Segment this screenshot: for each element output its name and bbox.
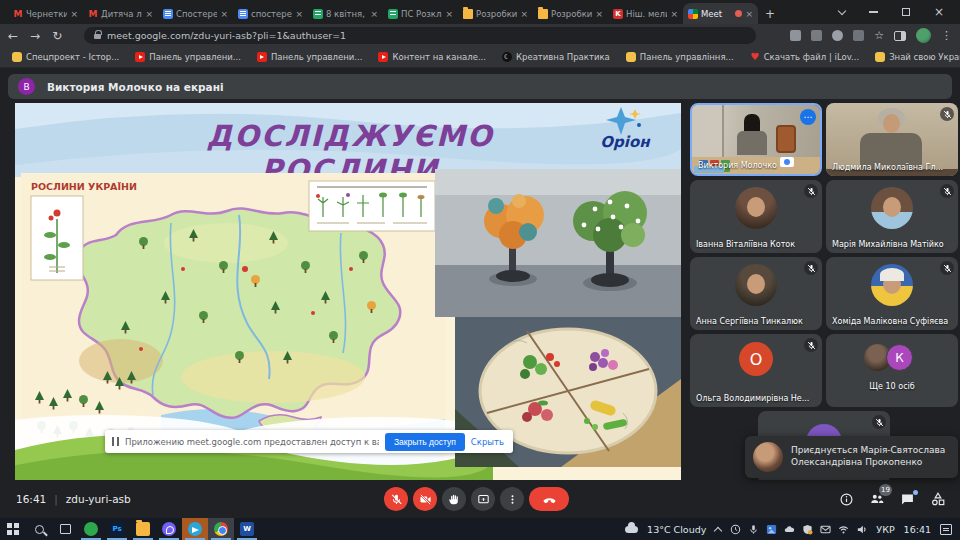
meeting-details-icon[interactable] <box>839 492 854 507</box>
profile-avatar[interactable] <box>916 28 931 43</box>
taskbar-app-explorer[interactable] <box>130 518 156 540</box>
tab-kahoot[interactable]: K Ніш. мелик × <box>608 3 683 24</box>
participant-tile-tynkaliuk[interactable]: Анна Сергіївна Тинкалюк <box>690 257 822 330</box>
tab-sheets-2[interactable]: ПС Розклад × <box>383 3 458 24</box>
raise-hand-button[interactable] <box>442 487 466 511</box>
address-bar[interactable]: meet.google.com/zdu-yuri-asb?pli=1&authu… <box>84 27 756 44</box>
tab-title: Спостереж <box>176 9 217 19</box>
tab-gmail-drafts[interactable]: M Чернетки п × <box>8 3 83 24</box>
screen: M Чернетки п × M Дитяча літ × Спостереж … <box>0 0 960 540</box>
tab-folder-2[interactable]: Розробки д × <box>533 3 608 24</box>
kahoot-icon: K <box>613 9 623 19</box>
bookmark-item[interactable]: Панель управління... <box>626 52 734 62</box>
participant-tile-molochko[interactable]: ⋯ Виктория Молочко <box>690 103 822 176</box>
back-button[interactable]: ← <box>8 30 18 42</box>
participant-tile-olha[interactable]: О Ольга Володимирівна Не... <box>690 334 822 407</box>
tile-options-button[interactable]: ⋯ <box>800 109 816 125</box>
clock-icon[interactable] <box>730 524 741 535</box>
people-icon[interactable]: 19 <box>869 491 885 507</box>
tab-close-icon[interactable]: × <box>745 9 753 19</box>
envelope-icon[interactable] <box>820 524 831 535</box>
activities-icon[interactable] <box>930 491 946 507</box>
extension-icon[interactable] <box>811 30 822 41</box>
participant-tile-sufiiaieva[interactable]: Хоміда Маліковна Суфіяєва <box>826 257 958 330</box>
system-tray: 13°C Cloudy УКР 16:41 <box>625 524 960 535</box>
task-view-button[interactable] <box>52 518 78 540</box>
side-panel-icon[interactable] <box>894 31 906 41</box>
mic-off-icon <box>940 107 954 121</box>
tab-docs-1[interactable]: Спостереж × <box>158 3 233 24</box>
taskbar-app-word[interactable]: W <box>234 518 260 540</box>
bookmark-item[interactable]: Спецпроект - Істор... <box>12 52 119 62</box>
tab-sheets-1[interactable]: 8 квітня, 1 × <box>308 3 383 24</box>
close-window-button[interactable]: × <box>934 6 944 18</box>
tab-search-chevron-icon[interactable] <box>838 6 846 14</box>
extension-icon[interactable] <box>790 30 801 41</box>
tab-close-icon[interactable]: × <box>220 9 228 19</box>
tray-expand-icon[interactable] <box>714 526 722 534</box>
overflow-tile[interactable]: К Ще 10 осіб <box>826 334 958 407</box>
stop-sharing-button[interactable]: Закрыть доступ <box>385 433 465 451</box>
more-options-button[interactable] <box>500 487 524 511</box>
hand-icon <box>875 52 885 62</box>
tab-close-icon[interactable]: × <box>145 9 153 19</box>
browser-menu-icon[interactable]: ⋮ <box>941 29 952 42</box>
wifi-icon[interactable] <box>838 524 849 535</box>
bookmark-item[interactable]: Знай свою Украину... <box>875 52 960 62</box>
youtube-icon <box>257 52 267 62</box>
extension-icon[interactable] <box>832 30 843 41</box>
security-shield-icon[interactable] <box>802 524 813 535</box>
forward-button[interactable]: → <box>30 30 40 42</box>
participant-tile-matiiko[interactable]: Марія Михайлівна Матійко <box>826 180 958 253</box>
taskbar-app-chrome[interactable] <box>208 518 234 540</box>
end-call-button[interactable] <box>529 487 569 511</box>
language-indicator[interactable]: УКР <box>876 524 894 535</box>
tab-close-icon[interactable]: × <box>70 9 78 19</box>
bookmark-item[interactable]: Контент на канале... <box>378 52 486 62</box>
bookmark-star-icon[interactable]: ☆ <box>874 29 884 42</box>
participant-tile-liudmyla[interactable]: Людмила Миколаївна Гл... <box>826 103 958 176</box>
orion-logo-text: Оріон <box>577 133 673 151</box>
taskbar-app-viber[interactable] <box>156 518 182 540</box>
present-button[interactable] <box>471 487 495 511</box>
taskbar-app-telegram[interactable] <box>182 518 208 540</box>
photos-app-icon[interactable] <box>766 524 777 535</box>
taskbar-clock[interactable]: 16:41 <box>904 524 931 535</box>
mic-muted-button[interactable] <box>384 487 408 511</box>
taskbar-app-photoshop[interactable]: Ps <box>104 518 130 540</box>
restore-button[interactable] <box>902 8 910 16</box>
bookmark-item[interactable]: ♥Скачать файл | iLov... <box>750 52 860 62</box>
tab-close-icon[interactable]: × <box>445 9 453 19</box>
reload-button[interactable]: ↻ <box>52 30 62 42</box>
microphone-icon[interactable] <box>748 524 759 535</box>
taskbar-app-green[interactable] <box>78 518 104 540</box>
new-tab-button[interactable]: + <box>762 6 778 22</box>
tab-meet-active[interactable]: Meet × <box>683 3 758 24</box>
weather-text[interactable]: 13°C Cloudy <box>647 524 706 535</box>
bookmark-item[interactable]: ☾Креативна Практика <box>502 52 610 62</box>
tab-close-icon[interactable]: × <box>370 9 378 19</box>
tab-close-icon[interactable]: × <box>595 9 603 19</box>
tab-gmail-2[interactable]: M Дитяча літ × <box>83 3 158 24</box>
chat-icon[interactable] <box>900 492 915 507</box>
share-icon[interactable] <box>853 30 864 41</box>
volume-icon[interactable] <box>856 524 867 535</box>
bookmark-item[interactable]: Панель управлени... <box>135 52 241 62</box>
onedrive-icon[interactable] <box>784 524 795 535</box>
hide-share-bar-button[interactable]: Скрыть <box>471 437 506 447</box>
folder-icon <box>463 9 473 19</box>
minimize-button[interactable] <box>869 11 878 13</box>
participant-tile-kotok[interactable]: Іванна Віталіївна Коток <box>690 180 822 253</box>
notification-center-icon[interactable] <box>940 524 952 535</box>
search-button[interactable] <box>26 518 52 540</box>
tab-close-icon[interactable]: × <box>670 9 678 19</box>
tab-folder-1[interactable]: Розробки у × <box>458 3 533 24</box>
tab-close-icon[interactable]: × <box>520 9 528 19</box>
weather-icon[interactable] <box>625 526 638 533</box>
start-button[interactable] <box>0 518 26 540</box>
camera-off-button[interactable] <box>413 487 437 511</box>
tab-docs-2[interactable]: спостереж × <box>233 3 308 24</box>
tab-title: Розробки у <box>476 9 517 19</box>
tab-close-icon[interactable]: × <box>295 9 303 19</box>
bookmark-item[interactable]: Панель управлени... <box>257 52 363 62</box>
